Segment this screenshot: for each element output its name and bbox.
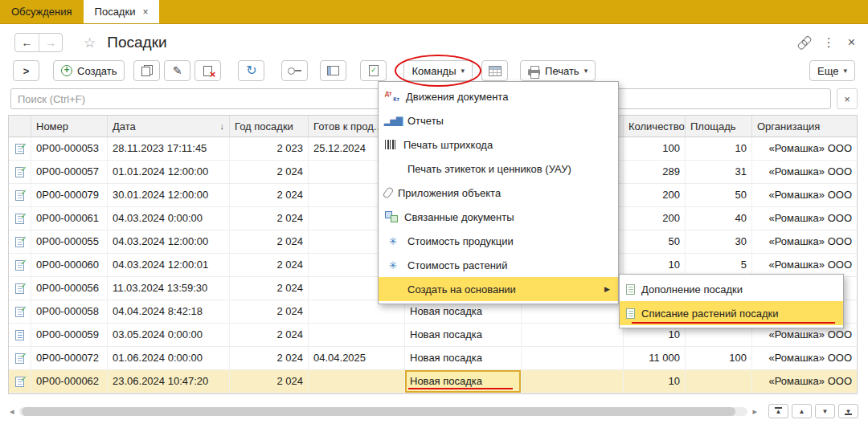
- column-header-org[interactable]: Организация: [752, 116, 857, 137]
- cell-quantity: 289: [624, 161, 686, 183]
- table-settings-button[interactable]: [481, 60, 508, 81]
- tab-close-icon[interactable]: ×: [142, 6, 148, 18]
- tab[interactable]: Обсуждения: [0, 0, 84, 23]
- cell-number: 0P00-000061: [31, 207, 108, 230]
- cell-year: 2 024: [230, 300, 309, 323]
- tab[interactable]: Посадки ×: [84, 0, 160, 23]
- cell-organization: «Ромашка» ООО: [752, 230, 857, 253]
- pager-buttons: ▲ ▲ ▼ ▼: [768, 404, 858, 418]
- document-icon: [15, 377, 24, 387]
- menu-item-label: Создать на основании: [407, 283, 516, 295]
- document-icon: [15, 167, 24, 177]
- clear-search-button[interactable]: ×: [837, 88, 858, 109]
- cell-date: 01.01.2024 12:00:00: [108, 161, 230, 183]
- mark-delete-button[interactable]: [194, 60, 221, 81]
- menu-item[interactable]: Связанные документы: [379, 205, 618, 229]
- chevron-down-icon: ▾: [584, 67, 588, 75]
- cell-year: 2 024: [230, 161, 309, 183]
- close-window-button[interactable]: ×: [848, 35, 855, 50]
- page-up-button[interactable]: ▲: [792, 404, 812, 418]
- column-header-date[interactable]: Дата ↓: [108, 116, 230, 137]
- scroll-left-icon[interactable]: ◂: [10, 406, 14, 417]
- key-icon: [288, 67, 301, 75]
- menu-item[interactable]: Движения документа: [379, 84, 618, 108]
- panel-icon: [327, 66, 339, 75]
- back-button[interactable]: ←: [15, 34, 39, 51]
- column-header-label: Год посадки: [235, 120, 293, 132]
- grid-icon: [489, 66, 502, 76]
- get-link-icon[interactable]: [794, 34, 813, 52]
- refresh-button[interactable]: ↻: [238, 60, 264, 81]
- cell-date: 03.05.2024 0:00:00: [108, 324, 230, 346]
- row-icon-cell: [9, 230, 31, 253]
- menu-item[interactable]: Стоимость продукции: [379, 229, 618, 253]
- edit-button[interactable]: ✎: [164, 60, 190, 81]
- cell-quantity: 10: [624, 254, 686, 276]
- create-button[interactable]: Создать: [53, 60, 125, 81]
- tab-label: Обсуждения: [11, 6, 72, 18]
- menu-item-label: Движения документа: [406, 91, 508, 103]
- cell-quantity: 50: [624, 230, 686, 253]
- menu-item[interactable]: Печать штрихкода: [379, 132, 618, 157]
- cell-number: 0P00-000055: [31, 230, 108, 253]
- checklist-button[interactable]: [360, 60, 387, 81]
- menu-item[interactable]: Печать этикеток и ценников (УАУ): [379, 157, 618, 181]
- title-bar: ← → ☆ Посадки ⋮ ×: [0, 24, 868, 58]
- menu-item[interactable]: Создать на основании ▶: [379, 277, 618, 301]
- create-based-on-submenu: Дополнение посадки Списание растений пос…: [619, 274, 844, 328]
- scrollbar-thumb[interactable]: [22, 407, 736, 416]
- cell-number: 0P00-000058: [31, 300, 108, 323]
- table-footer: ◂ ▸ ▲ ▲ ▼ ▼: [0, 404, 868, 418]
- show-panel-button[interactable]: [320, 60, 346, 81]
- forward-button[interactable]: →: [39, 34, 62, 51]
- horizontal-scrollbar[interactable]: [19, 407, 748, 416]
- access-keys-button[interactable]: [281, 60, 308, 81]
- column-header-qty[interactable]: Количество: [624, 116, 686, 137]
- cell-extra: [522, 324, 624, 346]
- page-down-button[interactable]: ▼: [815, 404, 835, 418]
- cell-organization: «Ромашка» ООО: [752, 184, 857, 206]
- print-button[interactable]: Печать▾: [520, 60, 596, 81]
- cell-date: 30.01.2024 12:00:00: [108, 184, 230, 206]
- cell-extra: [522, 370, 624, 393]
- tab-label: Посадки: [95, 6, 136, 18]
- cell-year: 2 024: [230, 230, 309, 253]
- menu-item[interactable]: Приложения объекта: [379, 181, 618, 205]
- table-row[interactable]: 0P00-000072 01.06.2024 0:00:00 2 024 04.…: [9, 347, 857, 370]
- cell-extra: [522, 347, 624, 369]
- menu-item-label: Отчеты: [407, 115, 444, 127]
- column-header-number[interactable]: Номер: [31, 116, 108, 137]
- menu-item[interactable]: Стоимость растений: [379, 253, 618, 277]
- menu-item[interactable]: Дополнение посадки: [620, 277, 843, 301]
- cell-year: 2 024: [230, 184, 309, 206]
- row-icon-cell: [9, 370, 31, 393]
- cell-number: 0P00-000056: [31, 277, 108, 300]
- menu-item-icon: [626, 308, 635, 319]
- menu-item-icon: [385, 90, 399, 103]
- menu-item[interactable]: Отчеты: [379, 108, 618, 132]
- table-row[interactable]: 0P00-000062 23.06.2024 10:47:20 2 024 Но…: [9, 370, 857, 393]
- kebab-menu-icon[interactable]: ⋮: [823, 35, 835, 50]
- cell-year: 2 024: [230, 207, 309, 230]
- row-icon-cell: [9, 347, 31, 369]
- chevron-down-icon: ▾: [461, 67, 465, 75]
- menu-item[interactable]: Списание растений посадки: [620, 301, 843, 325]
- column-header-year[interactable]: Год посадки: [230, 116, 309, 137]
- row-icon-cell: [9, 161, 31, 183]
- tab-bar: Обсуждения Посадки ×: [0, 0, 868, 24]
- expand-panel-button[interactable]: >: [13, 60, 39, 81]
- row-icon-cell: [9, 300, 31, 323]
- cell-quantity: 10: [624, 370, 686, 393]
- column-header-area[interactable]: Площадь: [686, 116, 752, 137]
- more-button[interactable]: Еще▾: [809, 60, 855, 81]
- favorite-star-icon[interactable]: ☆: [84, 35, 96, 51]
- cell-quantity: 200: [624, 184, 686, 206]
- go-last-button[interactable]: ▼: [838, 404, 858, 418]
- column-header-icon[interactable]: [9, 116, 31, 137]
- column-header-label: Организация: [757, 120, 820, 132]
- menu-item-label: Дополнение посадки: [641, 283, 743, 295]
- copy-button[interactable]: [133, 60, 160, 81]
- go-first-button[interactable]: ▲: [768, 404, 788, 418]
- scroll-right-icon[interactable]: ▸: [752, 406, 757, 417]
- commands-button[interactable]: Команды▾: [403, 60, 473, 81]
